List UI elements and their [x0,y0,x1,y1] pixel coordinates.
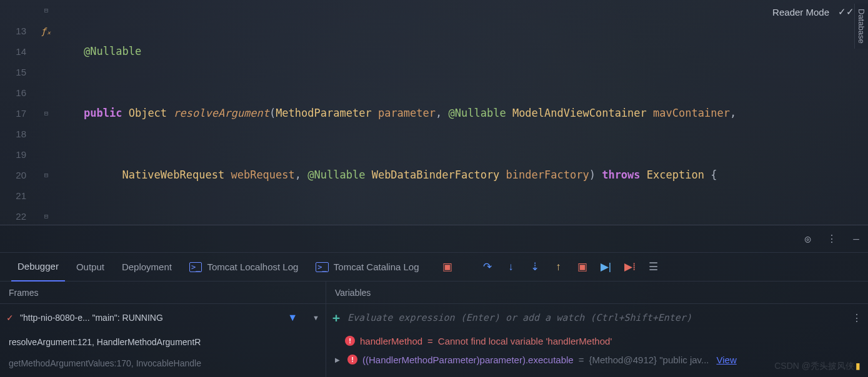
variables-title: Variables [326,282,868,304]
line-number: 16 [7,87,26,98]
tab-tomcat-catalina-log[interactable]: >_Tomcat Catalina Log [309,253,425,282]
line-number: 18 [7,129,26,139]
show-execution-point-icon[interactable]: ▣ [438,258,457,277]
annotation: @Nullable [84,45,141,57]
line-number: 21 [7,190,26,201]
filter-icon[interactable]: ▼ [287,312,297,323]
more-icon[interactable]: ⋮ [852,312,862,324]
run-to-cursor-icon[interactable]: ▶| [597,258,616,277]
log-icon: >_ [316,262,328,272]
watermark: CSDN @秃头披风侠▮ [774,361,861,372]
add-watch-icon[interactable]: + [332,310,340,325]
editor-gutter: ⊟ 13ƒₓ 14 15 16 17⊟ 18 19 20⊟ 21 22⊟ [0,0,57,225]
view-link[interactable]: View [717,355,737,365]
target-icon[interactable]: ◎ [805,233,811,245]
expand-icon[interactable]: ▶ [335,356,340,363]
more-icon[interactable]: ⋮ [827,233,837,245]
frames-panel: Frames ✓ "http-nio-8080-e... "main": RUN… [0,282,326,377]
view-breakpoints-icon[interactable]: ☰ [644,258,663,277]
step-into-icon[interactable]: ↓ [502,258,521,277]
step-out-icon[interactable]: ↑ [549,258,568,277]
evaluate-expression-icon[interactable]: ▶⁞ [621,258,639,277]
code-editor[interactable]: ⊟ 13ƒₓ 14 15 16 17⊟ 18 19 20⊟ 21 22⊟ @Nu… [0,0,868,225]
line-number: 17 [7,108,26,119]
tab-deployment[interactable]: Deployment [116,253,178,282]
debug-panel-toolbar: ◎ ⋮ — [0,225,868,253]
line-number: 19 [7,149,26,160]
force-step-into-icon[interactable]: ⇣ [526,258,544,277]
database-tool-tab[interactable]: Database [854,4,868,49]
reader-mode-indicator[interactable]: Reader Mode ✓✓ [772,6,854,17]
error-icon: ! [347,355,357,365]
tab-debugger[interactable]: Debugger [11,253,65,282]
stack-frame[interactable]: resolveArgument:121, HandlerMethodArgume… [0,331,326,353]
check-icon: ✓ [6,313,14,323]
step-over-icon[interactable]: ↷ [478,258,497,277]
log-icon: >_ [189,262,202,272]
reader-mode-label: Reader Mode [772,7,829,17]
fold-icon[interactable]: ⊟ [40,6,52,14]
debug-tabs: Debugger Output Deployment >_Tomcat Loca… [0,253,868,282]
line-number: 20 [7,170,26,180]
line-number: 14 [7,46,26,57]
thread-selector[interactable]: ✓ "http-nio-8080-e... "main": RUNNING ▼ … [0,304,326,331]
fold-icon[interactable]: ⊟ [40,171,52,179]
error-icon: ! [345,336,355,346]
chevron-down-icon[interactable]: ▼ [312,314,319,321]
fold-icon[interactable]: ⊟ [40,212,52,220]
tab-output[interactable]: Output [70,253,111,282]
drop-frame-icon[interactable]: ▣ [573,258,592,277]
minimize-icon[interactable]: — [853,233,859,245]
tab-tomcat-localhost-log[interactable]: >_Tomcat Localhost Log [183,253,304,282]
evaluate-input[interactable]: Evaluate expression (Enter) or add a wat… [347,312,844,323]
frames-title: Frames [0,282,326,304]
line-number: 13 [7,26,26,36]
debug-panel: ◎ ⋮ — Debugger Output Deployment >_Tomca… [0,225,868,377]
check-icon: ✓✓ [838,6,854,17]
stack-frame[interactable]: getMethodArgumentValues:170, InvocableHa… [0,353,326,374]
fold-icon[interactable]: ⊟ [40,109,52,117]
thread-name: "http-nio-8080-e... "main": RUNNING [20,313,163,323]
line-number: 15 [7,67,26,77]
code-area[interactable]: @Nullable public Object resolveArgument(… [57,0,868,225]
watch-variable-error[interactable]: ! handlerMethod = Cannot find local vari… [326,331,868,350]
line-number: 22 [7,211,26,222]
method-marker-icon[interactable]: ƒₓ [40,26,52,36]
